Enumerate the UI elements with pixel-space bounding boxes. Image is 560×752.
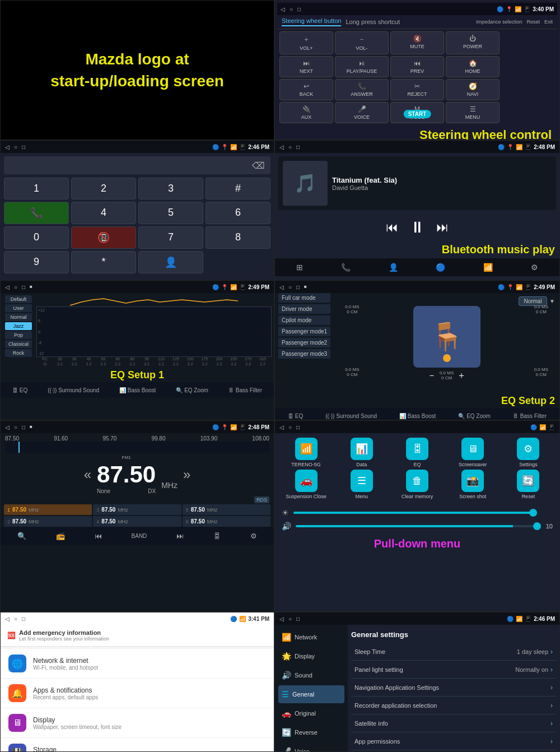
preset-rock[interactable]: Rock [5, 349, 32, 357]
dial-call-red[interactable]: 📵 [71, 226, 136, 249]
dial-0[interactable]: 0 [4, 226, 69, 249]
tab-long-press[interactable]: Long press shortcut [346, 18, 400, 25]
sw-next[interactable]: ⏭NEXT [279, 56, 333, 77]
eq1-tab-eq[interactable]: 🎛 EQ [12, 387, 27, 393]
eq2-plus[interactable]: ＋ [457, 370, 466, 382]
recent-nav-icon[interactable]: □ [297, 6, 301, 12]
dial-6[interactable]: 6 [206, 202, 270, 224]
sw-voice[interactable]: 🎤VOICE [335, 102, 389, 123]
nav-settings-4[interactable]: ⚙ [531, 263, 538, 272]
preset-user[interactable]: User [5, 304, 32, 312]
nav-bt-4[interactable]: 🔵 [436, 263, 445, 272]
radio-next-btn[interactable]: ⏭ [176, 532, 184, 540]
eq1-tab-filter[interactable]: 🎚 Bass Filter [228, 387, 262, 393]
sw-vol-plus[interactable]: ＋VOL+ [279, 31, 333, 54]
sw-reject[interactable]: ✂REJECT [390, 79, 444, 100]
back-8[interactable]: ◁ [279, 424, 284, 430]
preset-pop[interactable]: Pop [5, 331, 32, 339]
tab-impedance[interactable]: Impedance selection [476, 19, 522, 25]
dial-5[interactable]: 5 [138, 202, 203, 224]
recent-8[interactable]: □ [296, 424, 300, 430]
pd-menu[interactable]: ☰ Menu [335, 470, 388, 499]
pd-settings[interactable]: ⚙ Settings [502, 438, 555, 467]
eq2-tab-filter[interactable]: 🎚 Bass Filter [513, 413, 547, 419]
freq-up-btn[interactable]: » [183, 467, 190, 482]
sw-mute[interactable]: 🔇MUTE [390, 31, 444, 54]
brightness-slider[interactable] [293, 512, 537, 514]
gen-sleep-time[interactable]: Sleep Time 1 day sleep › [351, 643, 556, 661]
recent-7[interactable]: □ [22, 424, 25, 430]
radio-slider[interactable] [5, 442, 269, 453]
mode-driver[interactable]: Driver mode [278, 304, 330, 314]
dial-call-green[interactable]: 📞 [4, 202, 69, 224]
back-5[interactable]: ◁ [5, 284, 10, 290]
preset-4[interactable]: 487.50MHz [93, 516, 181, 527]
mode-cpilot[interactable]: Cpilot mode [278, 315, 330, 325]
radio-tune-btn[interactable]: 📻 [56, 532, 65, 540]
preset-default[interactable]: Default [5, 295, 32, 303]
preset-6[interactable]: 687.50MHz [183, 516, 270, 527]
mode-pass3[interactable]: Passenger mode3 [278, 349, 330, 359]
tab-reset[interactable]: Reset [526, 19, 540, 25]
dial-1[interactable]: 1 [4, 178, 69, 199]
sw-play-pause[interactable]: ⏯PLAY/PAUSE [335, 56, 389, 77]
sw-aux[interactable]: 🔌AUX [279, 102, 333, 123]
home-icon-3[interactable]: ○ [14, 144, 17, 150]
recent-10[interactable]: □ [296, 616, 300, 622]
eq2-tab-eq[interactable]: 🎛 EQ [288, 413, 303, 419]
home-8[interactable]: ○ [288, 424, 292, 430]
back-6[interactable]: ◁ [279, 284, 284, 290]
home-10[interactable]: ○ [288, 616, 292, 622]
eq2-tab-zoom[interactable]: 🔍 EQ Zoom [458, 413, 491, 419]
eq1-tab-bass[interactable]: 📊 Bass Boost [119, 387, 156, 393]
home-5[interactable]: ○ [14, 284, 17, 290]
pd-screensaver[interactable]: 🖥 Screensaver [446, 438, 500, 467]
dropdown-icon[interactable]: ▼ [549, 298, 555, 304]
gen-menu-reverse[interactable]: 🔄 Reverse [278, 723, 344, 741]
setting-apps[interactable]: 🔔 Apps & notifications Recent apps, defa… [1, 679, 274, 708]
preset-classical[interactable]: Classical [5, 340, 32, 348]
preset-normal[interactable]: Normal [5, 313, 32, 321]
eq2-tab-bass[interactable]: 📊 Bass Boost [399, 413, 436, 419]
recent-icon-3[interactable]: □ [22, 144, 25, 150]
mode-fullcar[interactable]: Full car mode [278, 293, 330, 303]
back-7[interactable]: ◁ [5, 424, 10, 430]
gen-menu-original[interactable]: 🚗 Original [278, 704, 344, 722]
radio-eq-btn[interactable]: 🎛 [213, 532, 221, 540]
nav-bt2-4[interactable]: 📶 [483, 263, 493, 272]
back-10[interactable]: ◁ [279, 616, 284, 622]
gen-menu-sound[interactable]: 🔊 Sound [278, 666, 344, 684]
recent-6[interactable]: □ [296, 284, 300, 290]
pd-reset[interactable]: 🔄 Reset [502, 470, 555, 499]
home-6[interactable]: ○ [288, 284, 292, 290]
dial-4[interactable]: 4 [71, 202, 136, 224]
setting-storage[interactable]: 💾 Storage 34% used - 21.19 GB free [1, 738, 274, 752]
gen-menu-voice[interactable]: 🎤 Voice [278, 742, 344, 752]
mode-pass1[interactable]: Passenger mode1 [278, 327, 330, 336]
sw-answer[interactable]: 📞ANSWER [335, 79, 389, 100]
gen-recorder[interactable]: Recorder application selection › [351, 697, 556, 714]
play-pause-btn[interactable]: ⏸ [409, 218, 425, 236]
dial-9[interactable]: 9 [4, 251, 69, 273]
home-9[interactable]: ○ [14, 616, 17, 622]
volume-slider[interactable] [296, 525, 537, 527]
sw-prev[interactable]: ⏮PREV [390, 56, 444, 77]
dial-star[interactable]: * [71, 251, 136, 273]
eq1-tab-surround[interactable]: ((·)) Surround Sound [48, 387, 99, 393]
recent-9[interactable]: □ [22, 616, 25, 622]
gen-app-permissions[interactable]: App permissions › [351, 733, 556, 750]
sw-power[interactable]: ⏻POWER [446, 31, 500, 54]
radio-search-btn[interactable]: 🔍 [17, 532, 26, 540]
setting-network[interactable]: 🌐 Network & internet Wi-Fi, mobile, and … [1, 649, 274, 679]
tab-exit[interactable]: Exit [544, 19, 553, 25]
tab-sw-button[interactable]: Steering wheel button [282, 17, 341, 26]
dial-hash[interactable]: # [206, 178, 270, 199]
radio-prev-btn[interactable]: ⏮ [95, 532, 102, 540]
back-nav-icon[interactable]: ◁ [281, 6, 285, 12]
sw-back[interactable]: ↩BACK [279, 79, 333, 100]
sw-menu[interactable]: ☰MENU [446, 102, 500, 123]
back-4[interactable]: ◁ [279, 144, 284, 150]
next-btn[interactable]: ⏭ [436, 220, 449, 235]
nav-apps-4[interactable]: ⊞ [296, 263, 303, 272]
dial-7[interactable]: 7 [138, 226, 203, 249]
